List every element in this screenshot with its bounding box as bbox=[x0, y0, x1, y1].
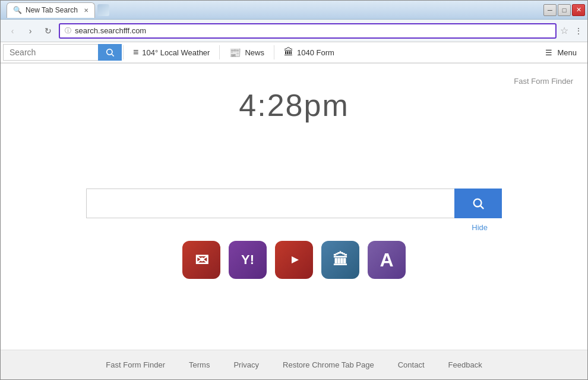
weather-icon: ≡ bbox=[133, 47, 138, 58]
toolbar-search-input[interactable] bbox=[3, 44, 98, 61]
hide-shortcuts-link[interactable]: Hide bbox=[472, 223, 488, 232]
main-search-input[interactable] bbox=[86, 189, 454, 218]
tab-title: New Tab Search bbox=[26, 6, 78, 14]
footer-feedback-link[interactable]: Feedback bbox=[448, 360, 482, 369]
footer-contact-link[interactable]: Contact bbox=[398, 360, 425, 369]
search-icon bbox=[105, 48, 115, 57]
tab-close-button[interactable]: ✕ bbox=[84, 7, 88, 14]
shortcuts-wrapper: Hide ✉ Y! 🏛 A bbox=[86, 218, 502, 279]
url-box[interactable]: ⓘ search.searchfff.com bbox=[59, 23, 557, 39]
menu-icon: ☰ bbox=[545, 48, 552, 57]
yahoo-shortcut[interactable]: Y! bbox=[229, 241, 267, 279]
svg-marker-5 bbox=[292, 256, 299, 263]
page-content: Fast Form Finder 4:28pm Hide ✉ Y! bbox=[1, 64, 587, 350]
menu-label: Menu bbox=[557, 48, 577, 57]
footer-fast-form-link[interactable]: Fast Form Finder bbox=[106, 360, 165, 369]
footer-restore-link[interactable]: Restore Chrome Tab Page bbox=[283, 360, 374, 369]
title-bar: 🔍 New Tab Search ✕ ─ □ ✕ bbox=[1, 1, 587, 20]
toolbar-search-button[interactable] bbox=[98, 44, 122, 61]
new-tab-button[interactable] bbox=[97, 4, 109, 16]
time-display: 4:28pm bbox=[239, 87, 349, 123]
form-label: 1040 Form bbox=[297, 48, 334, 57]
toolbar: ≡ 104° Local Weather 📰 News 🏛 1040 Form … bbox=[1, 42, 587, 64]
news-icon: 📰 bbox=[229, 47, 241, 58]
toolbar-divider-1 bbox=[123, 45, 124, 59]
youtube-shortcut[interactable] bbox=[275, 241, 313, 279]
menu-toolbar-item[interactable]: ☰ Menu bbox=[537, 42, 585, 63]
weather-toolbar-item[interactable]: ≡ 104° Local Weather bbox=[125, 42, 218, 63]
forward-button[interactable]: › bbox=[23, 24, 37, 38]
footer-terms-link[interactable]: Terms bbox=[189, 360, 210, 369]
back-button[interactable]: ‹ bbox=[5, 24, 20, 38]
refresh-button[interactable]: ↻ bbox=[41, 24, 55, 38]
svg-point-0 bbox=[107, 49, 112, 55]
news-toolbar-item[interactable]: 📰 News bbox=[221, 42, 273, 63]
toolbar-divider-2 bbox=[219, 45, 220, 59]
bank-shortcut[interactable]: 🏛 bbox=[321, 241, 359, 279]
bookmark-button[interactable]: ☆ bbox=[560, 25, 568, 36]
az-shortcut[interactable]: A bbox=[368, 241, 406, 279]
footer: Fast Form Finder Terms Privacy Restore C… bbox=[1, 350, 587, 379]
main-search-icon bbox=[472, 197, 485, 210]
toolbar-divider-3 bbox=[274, 45, 274, 59]
info-icon: ⓘ bbox=[65, 26, 71, 35]
svg-line-1 bbox=[112, 54, 114, 56]
form-icon: 🏛 bbox=[284, 47, 293, 58]
youtube-icon bbox=[283, 252, 305, 268]
address-bar: ‹ › ↻ ⓘ search.searchfff.com ☆ ⋮ bbox=[1, 20, 587, 42]
tab-favicon: 🔍 bbox=[13, 6, 22, 14]
chrome-menu-button[interactable]: ⋮ bbox=[574, 26, 583, 36]
window-controls: ─ □ ✕ bbox=[543, 4, 585, 16]
shortcuts-row: ✉ Y! 🏛 A bbox=[182, 241, 406, 279]
svg-line-3 bbox=[480, 206, 483, 209]
mail-shortcut[interactable]: ✉ bbox=[182, 241, 220, 279]
browser-window: 🔍 New Tab Search ✕ ─ □ ✕ ‹ › ↻ ⓘ search.… bbox=[0, 0, 588, 380]
main-search-area bbox=[86, 189, 502, 218]
news-label: News bbox=[245, 48, 264, 57]
close-button[interactable]: ✕ bbox=[572, 4, 585, 16]
browser-tab[interactable]: 🔍 New Tab Search ✕ bbox=[7, 2, 95, 18]
form-toolbar-item[interactable]: 🏛 1040 Form bbox=[276, 42, 343, 63]
url-text: search.searchfff.com bbox=[75, 26, 551, 35]
maximize-button[interactable]: □ bbox=[558, 4, 571, 16]
minimize-button[interactable]: ─ bbox=[543, 4, 557, 16]
main-search-button[interactable] bbox=[454, 189, 502, 218]
weather-label: 104° Local Weather bbox=[142, 48, 210, 57]
fast-form-finder-link[interactable]: Fast Form Finder bbox=[514, 77, 573, 86]
footer-privacy-link[interactable]: Privacy bbox=[233, 360, 259, 369]
svg-point-2 bbox=[474, 199, 482, 207]
